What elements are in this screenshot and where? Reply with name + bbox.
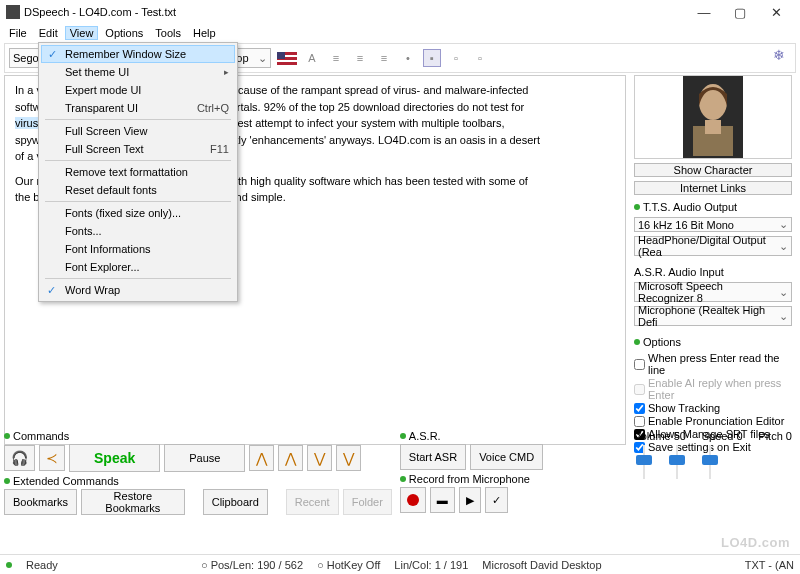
snowflake-icon[interactable]: ❄ <box>773 47 785 63</box>
rec-pause-button[interactable]: ▬ <box>430 487 455 513</box>
led-icon <box>400 433 406 439</box>
opt-enter-read[interactable]: When press Enter read the line <box>634 352 792 376</box>
record-icon <box>407 494 419 506</box>
menu-font-explorer[interactable]: Font Explorer... <box>41 258 235 276</box>
pitch-label: Pitch 0 <box>758 430 792 442</box>
menu-options[interactable]: Options <box>100 26 148 40</box>
align-left-icon[interactable]: ≡ <box>327 49 345 67</box>
close-button[interactable]: ✕ <box>758 5 794 20</box>
status-bar: Ready ○ Pos/Len: 190 / 562 ○ HotKey Off … <box>0 554 800 574</box>
maximize-button[interactable]: ▢ <box>722 5 758 20</box>
asr-label: A.S.R. Audio Input <box>634 266 724 278</box>
speed-label: Speed 0 <box>702 430 743 442</box>
opt-pron-editor[interactable]: Enable Pronunciation Editor <box>634 415 792 427</box>
led-icon <box>4 478 10 484</box>
menu-fullscreen-view[interactable]: Full Screen View <box>41 122 235 140</box>
pitch-slider[interactable] <box>706 445 714 479</box>
speak-button[interactable]: Speak <box>69 444 160 472</box>
headphones-icon[interactable]: 🎧 <box>4 445 35 471</box>
menu-edit[interactable]: Edit <box>34 26 63 40</box>
menu-remove-format[interactable]: Remove text formattation <box>41 163 235 181</box>
clipboard-button[interactable]: Clipboard <box>203 489 268 515</box>
svg-rect-3 <box>705 120 721 134</box>
folder-button: Folder <box>343 489 392 515</box>
menu-font-info[interactable]: Font Informations <box>41 240 235 258</box>
menu-view[interactable]: View <box>65 26 99 40</box>
status-ready: Ready <box>26 559 58 571</box>
nav-first-button[interactable]: ⋀ <box>249 445 274 471</box>
asr-group-label: A.S.R. <box>409 430 441 442</box>
volume-slider[interactable] <box>640 445 648 479</box>
record-button[interactable] <box>400 487 426 513</box>
opt-ai-reply: Enable AI reply when press Enter <box>634 377 792 401</box>
menu-remember-size[interactable]: ✓Remember Window Size <box>41 45 235 63</box>
record-label: Record from Microphone <box>409 473 530 485</box>
led-icon <box>400 476 406 482</box>
internet-links-button[interactable]: Internet Links <box>634 181 792 195</box>
menu-file[interactable]: File <box>4 26 32 40</box>
start-asr-button[interactable]: Start ASR <box>400 444 466 470</box>
show-character-button[interactable]: Show Character <box>634 163 792 177</box>
menu-bar: File Edit View Options Tools Help <box>0 24 800 42</box>
view-mode-2-icon[interactable]: ▫ <box>447 49 465 67</box>
nav-next-button[interactable]: ⋁ <box>307 445 332 471</box>
view-mode-3-icon[interactable]: ▫ <box>471 49 489 67</box>
font-color-icon[interactable]: A <box>303 49 321 67</box>
volume-label: Volume 50 <box>634 430 686 442</box>
menu-reset-fonts[interactable]: Reset default fonts <box>41 181 235 199</box>
bookmarks-button[interactable]: Bookmarks <box>4 489 77 515</box>
menu-help[interactable]: Help <box>188 26 221 40</box>
align-center-icon[interactable]: ≡ <box>351 49 369 67</box>
menu-fullscreen-text[interactable]: Full Screen TextF11 <box>41 140 235 158</box>
led-icon <box>4 433 10 439</box>
led-icon <box>6 562 12 568</box>
tts-device-combo[interactable]: HeadPhone/Digital Output (Rea <box>634 236 792 256</box>
restore-bookmarks-button[interactable]: Restore Bookmarks <box>81 489 185 515</box>
commands-label: Commands <box>13 430 69 442</box>
pause-button[interactable]: Pause <box>164 444 245 472</box>
minimize-button[interactable]: — <box>686 5 722 20</box>
speed-slider[interactable] <box>673 445 681 479</box>
bullet-icon[interactable]: • <box>399 49 417 67</box>
menu-tools[interactable]: Tools <box>150 26 186 40</box>
tts-label: T.T.S. Audio Output <box>643 201 737 213</box>
asr-device-combo[interactable]: Microphone (Realtek High Defi <box>634 306 792 326</box>
rec-check-button[interactable]: ✓ <box>485 487 508 513</box>
app-icon <box>6 5 20 19</box>
status-txt: TXT - (AN <box>745 559 794 571</box>
align-right-icon[interactable]: ≡ <box>375 49 393 67</box>
menu-word-wrap[interactable]: ✓Word Wrap <box>41 281 235 299</box>
status-lincol: Lin/Col: 1 / 191 <box>394 559 468 571</box>
ext-commands-label: Extended Commands <box>13 475 119 487</box>
window-title: DSpeech - LO4D.com - Test.txt <box>24 6 686 18</box>
nav-last-button[interactable]: ⋁ <box>336 445 361 471</box>
status-voice: Microsoft David Desktop <box>482 559 601 571</box>
menu-expert-mode[interactable]: Expert mode UI <box>41 81 235 99</box>
tts-rate-combo[interactable]: 16 kHz 16 Bit Mono <box>634 217 792 232</box>
view-mode-1-icon[interactable]: ▪ <box>423 49 441 67</box>
recent-button: Recent <box>286 489 339 515</box>
menu-fonts[interactable]: Fonts... <box>41 222 235 240</box>
menu-fonts-fixed[interactable]: Fonts (fixed size only)... <box>41 204 235 222</box>
watermark: LO4D.com <box>721 535 790 550</box>
opt-show-tracking[interactable]: Show Tracking <box>634 402 792 414</box>
view-dropdown: ✓Remember Window Size Set theme UI Exper… <box>38 42 238 302</box>
nav-prev-button[interactable]: ⋀ <box>278 445 303 471</box>
menu-set-theme[interactable]: Set theme UI <box>41 63 235 81</box>
asr-engine-combo[interactable]: Microsoft Speech Recognizer 8 <box>634 282 792 302</box>
menu-transparent-ui[interactable]: Transparent UICtrl+Q <box>41 99 235 117</box>
voice-cmd-button[interactable]: Voice CMD <box>470 444 543 470</box>
character-portrait <box>634 75 792 159</box>
status-pos: Pos/Len: 190 / 562 <box>211 559 303 571</box>
options-label: Options <box>643 336 681 348</box>
flag-us-icon[interactable] <box>277 52 297 65</box>
led-icon <box>634 204 640 210</box>
rec-play-button[interactable]: ▶ <box>459 487 481 513</box>
led-icon <box>634 339 640 345</box>
prev-button[interactable]: ≺ <box>39 445 65 471</box>
status-hotkey: HotKey Off <box>327 559 381 571</box>
